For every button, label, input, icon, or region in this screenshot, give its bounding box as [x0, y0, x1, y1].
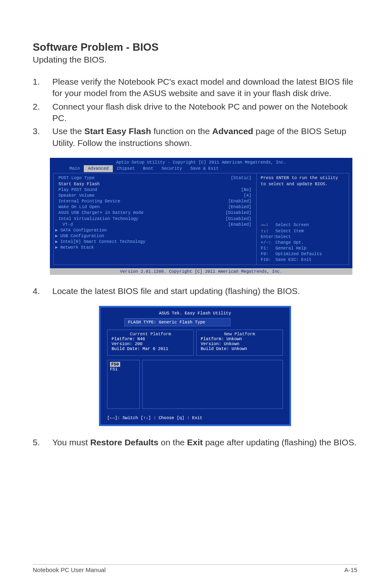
bios-item[interactable]: POST Logo Type — [58, 175, 94, 181]
key-desc: Select Item — [276, 229, 304, 233]
bios-item[interactable]: Speaker Volume — [58, 193, 94, 198]
bios-submenu[interactable]: USB Configuration — [61, 233, 104, 238]
step-5-bold-2: Exit — [187, 438, 203, 447]
bios-value: [Static] — [231, 175, 251, 181]
bios-value: [No] — [241, 187, 251, 193]
bios-value: [Enabled] — [228, 198, 251, 204]
bios-key-legend: →←:Select Screen ↑↓:Select Item Enter:Se… — [261, 222, 345, 263]
step-4: Locate the latest BIOS file and start up… — [33, 285, 357, 297]
key-label: F10: — [261, 257, 276, 263]
key-label: F1: — [261, 245, 276, 251]
page-subtitle: Updating the BIOS. — [33, 55, 357, 65]
page-title: Software Problem - BIOS — [33, 41, 357, 54]
new-build: Build Date: Unkown — [201, 346, 278, 351]
key-label: →←: — [261, 222, 276, 228]
bios-submenu[interactable]: SATA Configuration — [61, 228, 107, 233]
new-plat-title: New Platform — [201, 332, 278, 337]
step-3-bold-2: Advanced — [212, 126, 253, 136]
bios-value: [Disabled] — [226, 216, 251, 222]
key-desc: Optimized Defaults — [276, 251, 322, 256]
current-platform-box: Current Platform Platform: N46 Version: … — [107, 330, 194, 356]
bios-item[interactable]: ASUS USB Charger+ in battery mode — [58, 210, 143, 215]
footer-right: A-15 — [344, 566, 357, 573]
drive-fs0[interactable]: FS0 — [110, 362, 120, 367]
new-platform: Platform: Unkown — [201, 337, 278, 341]
chevron-right-icon: ▶ — [55, 245, 61, 250]
bios-tab-advanced[interactable]: Advanced — [84, 165, 112, 172]
current-build: Build Date: Mar 6 2011 — [112, 346, 189, 351]
chevron-right-icon: ▶ — [55, 233, 61, 238]
bios-tabs: Main Advanced Chipset Boot Security Save… — [50, 165, 352, 172]
step-1: Please verify the Notebook PC's exact mo… — [33, 76, 357, 99]
bios-submenu[interactable]: Network Stack — [61, 245, 94, 250]
bios-right-pane: Press ENTER to run the utility to select… — [256, 173, 349, 265]
bios-value: [Enabled] — [228, 204, 251, 210]
bios-tab-security[interactable]: Security — [157, 165, 186, 172]
new-platform-box: New Platform Platform: Unkown Version: U… — [196, 330, 283, 356]
bios-item[interactable]: VT-d — [58, 222, 73, 227]
step-3-bold-1: Start Easy Flash — [84, 126, 151, 136]
bios-item[interactable]: Play POST Sound — [58, 187, 97, 193]
easy-key-legend: [←→]: Switch [↑↓] : Choose [q] : Exit — [103, 412, 287, 424]
key-label: F9: — [261, 251, 276, 257]
bios-item[interactable]: Internal Pointing Device — [58, 198, 120, 204]
step-3-part-c: function on the — [151, 126, 212, 136]
step-5-part-a: You must — [52, 438, 90, 447]
step-3: Use the Start Easy Flash function on the… — [33, 126, 357, 149]
bios-value: [Disabled] — [226, 210, 251, 215]
bios-left-pane: POST Logo Type[Static] Start Easy Flash … — [53, 173, 256, 265]
easy-flash-title: ASUS Tek. Easy Flash Utility — [103, 310, 287, 318]
key-desc: General Help — [276, 246, 307, 251]
bios-value: [Enabled] — [228, 222, 251, 227]
key-desc: Save ESC: Exit — [276, 257, 312, 262]
file-list[interactable] — [142, 360, 283, 409]
bios-tab-main[interactable]: Main — [65, 165, 84, 172]
current-version: Version: 200 — [112, 341, 189, 346]
flash-type-box: FLASH TYPE: Generic Flash Type — [124, 318, 231, 326]
bios-tab-boot[interactable]: Boot — [139, 165, 157, 172]
bios-item[interactable]: Intel Virtualization Technology — [58, 216, 138, 222]
footer-left: Notebook PC User Manual — [33, 566, 105, 573]
drive-fs1[interactable]: FS1 — [110, 367, 118, 372]
bios-item-highlight[interactable]: Start Easy Flash — [58, 181, 100, 187]
current-plat-title: Current Platform — [112, 332, 189, 337]
bios-help-text: Press ENTER to run the utility to select… — [261, 175, 345, 186]
chevron-right-icon: ▶ — [55, 239, 61, 244]
current-platform: Platform: N46 — [112, 337, 189, 341]
step-2: Connect your flash disk drive to the Not… — [33, 101, 357, 124]
bios-tab-save-exit[interactable]: Save & Exit — [186, 165, 222, 172]
bios-header: Aptio Setup Utility - Copyright [C] 2011… — [50, 158, 352, 165]
chevron-right-icon: ▶ — [55, 228, 61, 233]
key-label: Enter: — [261, 234, 276, 240]
key-desc: Select — [276, 234, 291, 239]
key-label: ↑↓: — [261, 228, 276, 234]
step-5-part-c: on the — [159, 438, 187, 447]
bios-setup-panel: Aptio Setup Utility - Copyright [C] 2011… — [50, 158, 352, 275]
bios-submenu[interactable]: Intel[R] Smart Connect Technology — [61, 239, 146, 244]
easy-flash-panel: ASUS Tek. Easy Flash Utility FLASH TYPE:… — [99, 306, 291, 426]
new-version: Version: Unkown — [201, 341, 278, 346]
bios-footer: Version 2.01.1208. Copyright [C] 2011 Am… — [50, 268, 352, 275]
step-5: You must Restore Defaults on the Exit pa… — [33, 437, 357, 448]
bios-tab-chipset[interactable]: Chipset — [113, 165, 139, 172]
key-label: +/−: — [261, 240, 276, 245]
bios-value: [4] — [244, 193, 251, 198]
key-desc: Change Opt. — [276, 240, 304, 245]
drive-list[interactable]: FS0 FS1 — [107, 360, 140, 409]
key-desc: Select Screen — [276, 222, 309, 227]
page-footer: Notebook PC User Manual A-15 — [33, 564, 357, 573]
step-5-part-e: page after updating (flashing) the BIOS. — [203, 438, 356, 447]
step-3-part-a: Use the — [52, 126, 84, 136]
step-5-bold-1: Restore Defaults — [90, 438, 159, 447]
bios-item[interactable]: Wake On Lid Open — [58, 204, 100, 210]
